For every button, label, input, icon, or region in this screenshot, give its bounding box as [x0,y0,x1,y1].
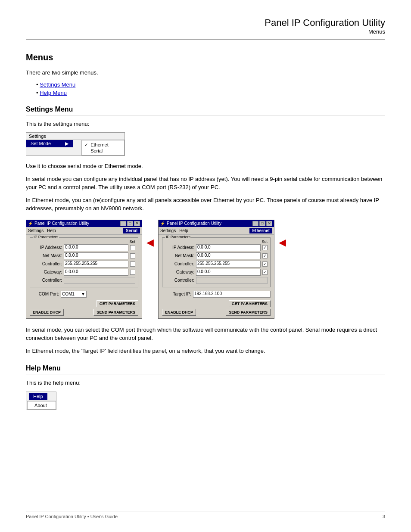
serial-titlebar: ⚡ Panel IP Configuration Utility _ □ ✕ [26,220,142,227]
help-menu-item: Help [29,393,47,400]
controller-checkbox[interactable] [130,261,135,267]
eth-controller2-input[interactable] [196,277,268,284]
eth-send-parameters-btn[interactable]: SEND PARAMETERS [226,309,271,316]
target-ip-input[interactable]: 192.168.2.100 [193,291,271,298]
eth-ip-group-label: IP Parameters [165,235,191,239]
controller-row: Controller: 255.255.255.255 [33,261,135,268]
send-parameters-btn[interactable]: SEND PARAMETERS [93,309,138,316]
netmask-label: Net Mask: [33,253,62,258]
com-port-value: COM1 [62,292,75,296]
netmask-input[interactable]: 0.0.0.0 [64,252,128,259]
gateway-input[interactable]: 0.0.0.0 [64,269,128,276]
serial-window-title: Panel IP Configuration Utility [34,221,89,226]
ip-address-input[interactable]: 0.0.0.0 [64,244,128,251]
ip-address-label: IP Address: [33,245,62,250]
gateway-row: Gateway: 0.0.0.0 [33,269,135,276]
ethernet-window-title: Panel IP Configuration Utility [167,221,221,226]
menu-help[interactable]: Help [47,228,56,233]
eth-ip-address-checkbox[interactable] [262,245,268,250]
eth-gateway-label: Gateway: [165,270,194,274]
arrow-indicator-right: ◀ [279,220,286,248]
eth-gateway-row: Gateway: 0.0.0.0 [165,269,268,276]
eth-netmask-checkbox[interactable] [262,253,268,258]
serial-label: Serial [90,148,103,153]
eth-ip-parameters-group: IP Parameters Set IP Address: 0.0.0.0 Ne… [162,237,271,287]
eth-controller2-row: Controller: [165,277,268,284]
ip-address-checkbox[interactable] [130,245,135,250]
eth-get-parameters-btn[interactable]: GET PARAMETERS [229,300,271,307]
ethernet-app-icon: ⚡ [160,221,165,226]
close-btn[interactable]: ✕ [134,221,140,226]
com-port-select[interactable]: COM1 ▼ [61,291,87,298]
minimize-btn[interactable]: _ [120,221,126,226]
list-item: Help Menu [36,90,385,96]
set-mode-item: Set Mode ▶ [26,140,73,147]
controller2-row: Controller: [33,277,135,284]
eth-enable-dhcp-btn[interactable]: ENABLE DHCP [162,309,196,316]
serial-window: ⚡ Panel IP Configuration Utility _ □ ✕ S… [26,220,142,319]
section-title: Menus [26,53,385,62]
serial-menubar: Settings Help Serial [26,227,142,235]
ethernet-label: Ethernet [90,142,109,147]
page-header: Panel IP Configuration Utility Menus [26,17,385,40]
screenshots-row: ⚡ Panel IP Configuration Utility _ □ ✕ S… [26,220,385,319]
eth-controller-input[interactable]: 255.255.255.255 [196,261,261,268]
controller-label: Controller: [33,261,62,266]
header-title: Panel IP Configuration Utility [26,17,385,28]
serial-note: In serial mode, you can select the COM p… [26,326,385,342]
ethernet-titlebar: ⚡ Panel IP Configuration Utility _ □ ✕ [159,220,274,227]
com-port-row: COM Port: COM1 ▼ [30,291,138,298]
arrow-icon: ▶ [65,141,68,146]
ethernet-desc: In Ethernet mode, you can (re)configure … [26,196,385,213]
menu-settings[interactable]: Settings [28,228,44,233]
links-list: Settings Menu Help Menu [36,81,385,96]
eth-netmask-input[interactable]: 0.0.0.0 [196,252,261,259]
gateway-label: Gateway: [33,270,62,274]
ip-address-row: IP Address: 0.0.0.0 [33,244,135,251]
intro-text: There are two simple menus. [26,68,385,77]
eth-bottom-btn-row: ENABLE DHCP SEND PARAMETERS [162,309,271,316]
eth-gateway-checkbox[interactable] [262,270,268,275]
help-menu-mockup: Help About [26,392,56,410]
set-col-header: Set [129,240,135,244]
serial-app-icon: ⚡ [28,221,33,226]
eth-netmask-label: Net Mask: [165,253,194,258]
eth-gateway-input[interactable]: 0.0.0.0 [196,269,261,276]
netmask-checkbox[interactable] [130,253,135,258]
menu-bar-settings: Settings [29,134,46,139]
dropdown-arrow-icon: ▼ [81,292,85,296]
check-icon: ✓ [84,143,88,147]
help-menu-description: This is the help menu: [26,379,385,387]
help-menu-link[interactable]: Help Menu [40,90,67,96]
ip-group-label: IP Parameters [33,235,59,239]
help-submenu: About [27,401,56,410]
settings-menu-link[interactable]: Settings Menu [40,81,75,88]
header-subtitle: Menus [26,28,385,35]
serial-body: IP Parameters Set IP Address: 0.0.0.0 Ne… [26,235,142,318]
eth-menu-settings[interactable]: Settings [160,228,176,233]
enable-dhcp-btn[interactable]: ENABLE DHCP [30,309,64,316]
bottom-btn-row: ENABLE DHCP SEND PARAMETERS [30,309,138,316]
eth-maximize-btn[interactable]: □ [259,221,265,226]
ethernet-body: IP Parameters Set IP Address: 0.0.0.0 Ne… [159,235,274,318]
eth-ip-address-label: IP Address: [165,245,194,250]
page-footer: Panel IP Configuration Utility • User's … [26,511,385,519]
eth-close-btn[interactable]: ✕ [266,221,272,226]
ethernet-option: ✓ Ethernet [82,142,124,148]
usage-text: Use it to choose serial mode or Ethernet… [26,162,385,171]
target-ip-row: Target IP: 192.168.2.100 [162,291,271,298]
controller2-input[interactable] [64,277,135,284]
eth-controller-checkbox[interactable] [262,261,268,267]
eth-menu-help[interactable]: Help [179,228,188,233]
controller-input[interactable]: 255.255.255.255 [64,261,128,268]
eth-ip-address-input[interactable]: 0.0.0.0 [196,244,261,251]
gateway-checkbox[interactable] [130,270,135,275]
footer-page-number: 3 [383,514,385,519]
get-parameters-btn[interactable]: GET PARAMETERS [97,300,138,307]
get-params-row: GET PARAMETERS [30,300,138,307]
eth-minimize-btn[interactable]: _ [252,221,258,226]
help-menu-bar: Help [26,392,56,401]
maximize-btn[interactable]: □ [127,221,133,226]
settings-menu-description: This is the settings menu: [26,120,385,128]
serial-desc: In serial mode you can configure any ind… [26,175,385,192]
